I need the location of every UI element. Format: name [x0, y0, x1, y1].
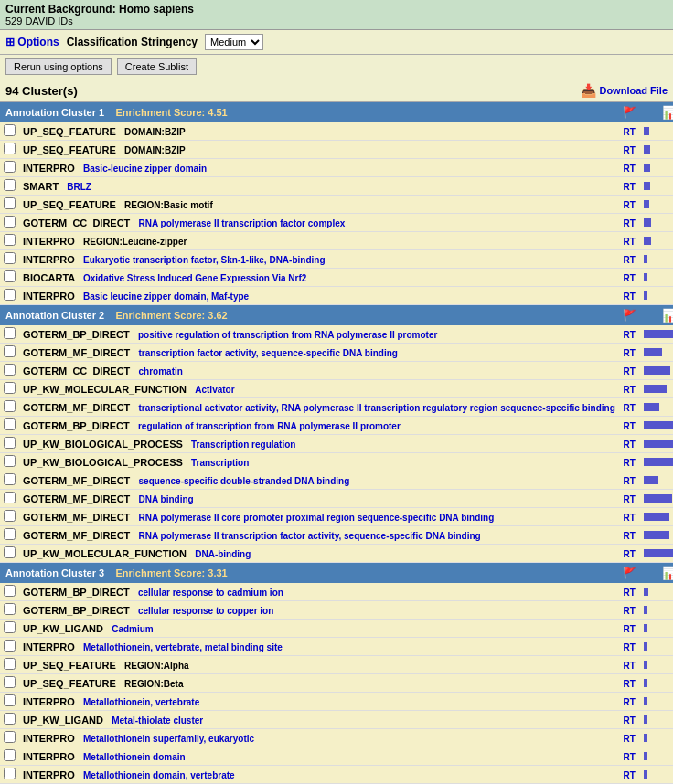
- row-checkbox[interactable]: [4, 179, 16, 191]
- term-link[interactable]: chromatin: [139, 366, 183, 376]
- row-checkbox[interactable]: [4, 234, 16, 246]
- rt-link[interactable]: RT: [624, 385, 636, 395]
- term-link[interactable]: Eukaryotic transcription factor, Skn-1-l…: [83, 255, 326, 265]
- term-link[interactable]: transcriptional activator activity, RNA …: [139, 403, 615, 413]
- row-checkbox[interactable]: [4, 510, 16, 522]
- term-link[interactable]: Oxidative Stress Induced Gene Expression…: [83, 273, 306, 283]
- row-checkbox[interactable]: [4, 546, 16, 558]
- row-checkbox[interactable]: [4, 364, 16, 376]
- row-checkbox[interactable]: [4, 603, 16, 615]
- rt-link[interactable]: RT: [624, 458, 636, 468]
- term-link[interactable]: Transcription regulation: [191, 440, 295, 450]
- row-checkbox[interactable]: [4, 270, 16, 282]
- row-checkbox[interactable]: [4, 289, 16, 301]
- rt-link[interactable]: RT: [624, 145, 636, 155]
- rt-link[interactable]: RT: [624, 330, 636, 340]
- rt-link[interactable]: RT: [624, 661, 636, 671]
- row-checkbox[interactable]: [4, 492, 16, 503]
- term-link[interactable]: Metallothionein domain, vertebrate: [83, 770, 235, 780]
- rt-link[interactable]: RT: [624, 715, 636, 726]
- create-sublist-button[interactable]: Create Sublist: [117, 58, 197, 75]
- term-link[interactable]: RNA polymerase II transcription factor a…: [139, 531, 481, 541]
- rt-link[interactable]: RT: [624, 348, 636, 358]
- term-link[interactable]: cellular response to copper ion: [138, 606, 273, 616]
- term-link[interactable]: regulation of transcription from RNA pol…: [138, 421, 401, 431]
- row-checkbox[interactable]: [4, 694, 16, 706]
- term-link[interactable]: Transcription: [191, 458, 249, 468]
- term-link[interactable]: cellular response to cadmium ion: [138, 588, 283, 598]
- row-checkbox[interactable]: [4, 455, 16, 467]
- rt-link[interactable]: RT: [624, 770, 636, 780]
- term-link[interactable]: BRLZ: [67, 182, 91, 192]
- row-checkbox[interactable]: [4, 713, 16, 725]
- rt-link[interactable]: RT: [624, 366, 636, 376]
- term-link[interactable]: Basic-leucine zipper domain: [83, 164, 207, 174]
- term-link[interactable]: transcription factor activity, sequence-…: [139, 348, 398, 358]
- rt-link[interactable]: RT: [624, 752, 636, 762]
- term-link[interactable]: positive regulation of transcription fro…: [138, 330, 437, 340]
- row-checkbox[interactable]: [4, 585, 16, 597]
- row-checkbox[interactable]: [4, 197, 16, 209]
- rt-link[interactable]: RT: [624, 494, 636, 504]
- rt-link[interactable]: RT: [624, 642, 636, 652]
- row-checkbox[interactable]: [4, 124, 16, 136]
- rt-link[interactable]: RT: [624, 624, 636, 634]
- term-link[interactable]: DNA-binding: [195, 549, 251, 559]
- row-checkbox[interactable]: [4, 345, 16, 357]
- rt-link[interactable]: RT: [624, 440, 636, 450]
- rt-link[interactable]: RT: [624, 476, 636, 486]
- rt-link[interactable]: RT: [624, 182, 636, 192]
- row-checkbox[interactable]: [4, 418, 16, 430]
- term-link[interactable]: sequence-specific double-stranded DNA bi…: [139, 476, 350, 486]
- rt-link[interactable]: RT: [624, 200, 636, 210]
- row-checkbox[interactable]: [4, 621, 16, 633]
- rt-link[interactable]: RT: [624, 127, 636, 137]
- rt-link[interactable]: RT: [624, 273, 636, 283]
- rt-link[interactable]: RT: [624, 697, 636, 707]
- chart-icon[interactable]: 📊: [662, 308, 673, 323]
- term-link[interactable]: Metallothionein, vertebrate, metal bindi…: [83, 642, 283, 652]
- term-link[interactable]: RNA polymerase II transcription factor c…: [139, 218, 346, 228]
- term-link[interactable]: RNA polymerase II core promoter proximal…: [139, 513, 495, 523]
- stringency-select[interactable]: Low Medium High: [205, 34, 263, 50]
- row-checkbox[interactable]: [4, 676, 16, 688]
- row-checkbox[interactable]: [4, 400, 16, 412]
- rt-link[interactable]: RT: [624, 421, 636, 431]
- download-link[interactable]: 📥 Download File: [581, 83, 668, 98]
- options-toggle[interactable]: ⊞ Options: [5, 36, 59, 48]
- term-link[interactable]: Metal-thiolate cluster: [112, 715, 203, 726]
- term-link[interactable]: Basic leucine zipper domain, Maf-type: [83, 291, 249, 302]
- term-link[interactable]: Metallothionein, vertebrate: [83, 697, 199, 707]
- chart-icon[interactable]: 📊: [662, 105, 673, 120]
- rt-link[interactable]: RT: [624, 255, 636, 265]
- row-checkbox[interactable]: [4, 528, 16, 540]
- row-checkbox[interactable]: [4, 473, 16, 485]
- rt-link[interactable]: RT: [624, 679, 636, 689]
- rt-link[interactable]: RT: [624, 218, 636, 228]
- rt-link[interactable]: RT: [624, 513, 636, 523]
- term-link[interactable]: Metallothionein domain: [83, 752, 186, 762]
- rt-link[interactable]: RT: [624, 588, 636, 598]
- chart-icon[interactable]: 📊: [662, 566, 673, 580]
- rt-link[interactable]: RT: [624, 606, 636, 616]
- rt-link[interactable]: RT: [624, 403, 636, 413]
- row-checkbox[interactable]: [4, 252, 16, 264]
- row-checkbox[interactable]: [4, 143, 16, 154]
- term-link[interactable]: Metallothionein superfamily, eukaryotic: [83, 734, 254, 744]
- rt-link[interactable]: RT: [624, 237, 636, 247]
- row-checkbox[interactable]: [4, 382, 16, 394]
- term-link[interactable]: DNA binding: [139, 494, 194, 504]
- term-link[interactable]: Cadmium: [112, 624, 154, 634]
- rt-link[interactable]: RT: [624, 549, 636, 559]
- term-link[interactable]: Activator: [195, 385, 234, 395]
- rt-link[interactable]: RT: [624, 734, 636, 744]
- row-checkbox[interactable]: [4, 161, 16, 173]
- row-checkbox[interactable]: [4, 640, 16, 652]
- row-checkbox[interactable]: [4, 768, 16, 779]
- row-checkbox[interactable]: [4, 216, 16, 228]
- rerun-button[interactable]: Rerun using options: [5, 58, 112, 75]
- rt-link[interactable]: RT: [624, 531, 636, 541]
- row-checkbox[interactable]: [4, 658, 16, 670]
- row-checkbox[interactable]: [4, 731, 16, 743]
- rt-link[interactable]: RT: [624, 164, 636, 174]
